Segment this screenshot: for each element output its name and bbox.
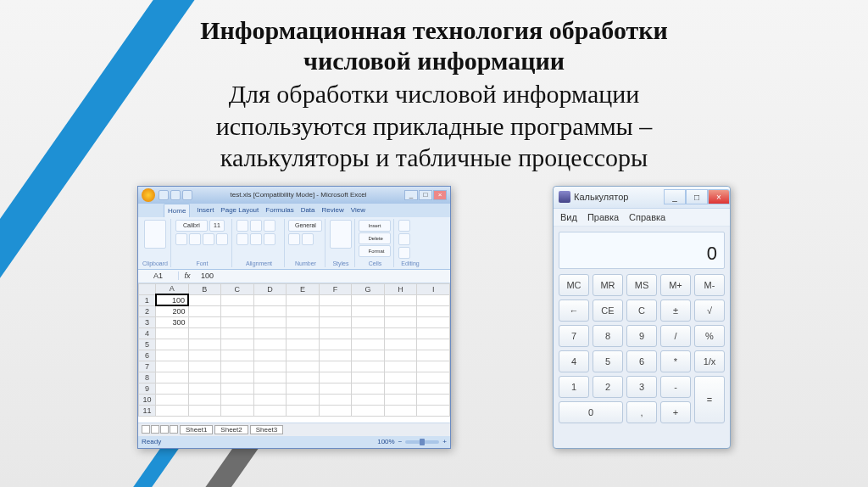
row-header[interactable]: 11 [139,405,156,416]
office-button[interactable] [142,188,155,202]
calc-btn-7[interactable]: 7 [559,325,589,347]
cells-delete-button[interactable]: Delete [359,232,391,244]
calc-btn-mc[interactable]: MC [559,274,589,296]
calc-btn-minus[interactable]: - [660,376,691,398]
border-button[interactable] [216,233,228,245]
sheet-tab[interactable]: Sheet3 [250,425,283,434]
row-header[interactable]: 6 [139,350,156,361]
cell[interactable]: 300 [156,316,189,327]
calc-btn-4[interactable]: 4 [559,350,589,372]
cell[interactable]: 200 [156,305,189,316]
calculator-window: Калькулятор _ □ × Вид Правка Справка 0 M… [553,186,731,449]
menu-edit[interactable]: Правка [587,212,619,222]
tab-review[interactable]: Review [322,204,344,217]
col-header[interactable]: D [253,283,287,294]
calc-btn-6[interactable]: 6 [626,350,657,372]
zoom-controls[interactable]: 100% −+ [377,438,447,445]
menu-view[interactable]: Вид [560,212,577,222]
cells-insert-button[interactable]: Insert [359,220,391,232]
minimize-button[interactable]: _ [664,189,686,204]
close-button[interactable]: × [433,190,447,200]
group-cells: Insert Delete Format Cells [357,219,394,267]
row-header[interactable]: 9 [139,383,156,394]
zoom-slider[interactable] [405,440,439,444]
name-box[interactable]: A1 [138,271,179,280]
col-header[interactable]: H [384,283,417,294]
sheet-tab[interactable]: Sheet2 [214,425,248,434]
calc-btn-plus[interactable]: + [660,401,691,423]
row-header[interactable]: 5 [139,339,156,350]
italic-button[interactable] [189,233,201,245]
col-header[interactable]: B [188,283,221,294]
col-header[interactable]: I [417,283,450,294]
calc-btn-percent[interactable]: % [694,325,725,347]
styles-button[interactable] [330,220,352,249]
row-header[interactable]: 7 [139,361,156,372]
maximize-button[interactable]: □ [686,189,708,204]
calc-btn-c[interactable]: C [626,299,657,322]
tab-formulas[interactable]: Formulas [265,204,293,217]
fx-icon[interactable]: fx [179,271,196,280]
calc-btn-5[interactable]: 5 [593,350,623,372]
cells-format-button[interactable]: Format [359,245,391,257]
calc-btn-recip[interactable]: 1/x [694,350,725,372]
sheet-tab[interactable]: Sheet1 [180,425,213,434]
calc-btn-2[interactable]: 2 [593,376,623,398]
bold-button[interactable] [175,233,187,245]
paste-button[interactable] [144,220,166,249]
calc-btn-mr[interactable]: MR [593,274,623,296]
row-header[interactable]: 3 [139,316,156,327]
col-header[interactable]: C [221,283,254,294]
tab-insert[interactable]: Insert [197,204,214,217]
group-number: General Number [287,219,326,267]
number-format-dropdown[interactable]: General [288,220,322,232]
calc-btn-ms[interactable]: MS [626,274,657,296]
row-header[interactable]: 1 [139,294,156,305]
calc-btn-8[interactable]: 8 [593,325,623,347]
col-header[interactable]: A [156,283,189,294]
formula-input[interactable]: 100 [196,271,450,280]
calc-btn-mminus[interactable]: M- [694,274,725,296]
group-font-label: Font [196,260,208,266]
worksheet-grid[interactable]: A B C D E F G H I 1100 2200 3300 4 5 6 7… [138,283,450,423]
row-header[interactable]: 4 [139,327,156,339]
font-name-dropdown[interactable]: Calibri [175,220,208,232]
tab-view[interactable]: View [351,204,365,217]
tab-page-layout[interactable]: Page Layout [220,204,259,217]
calc-btn-sqrt[interactable]: √ [694,299,725,322]
quick-access-toolbar[interactable] [159,190,192,200]
underline-button[interactable] [203,233,214,245]
font-size-dropdown[interactable]: 11 [209,220,225,232]
col-header[interactable]: G [352,283,385,294]
calculator-icon [559,191,570,203]
calc-btn-1[interactable]: 1 [559,376,589,398]
calc-btn-negate[interactable]: ± [660,299,691,322]
calc-btn-9[interactable]: 9 [626,325,657,347]
calc-btn-back[interactable]: ← [559,299,589,322]
calc-btn-mul[interactable]: * [660,350,691,372]
calc-btn-div[interactable]: / [660,325,691,347]
tab-home[interactable]: Home [164,204,190,217]
calc-btn-ce[interactable]: CE [593,299,623,322]
calc-btn-3[interactable]: 3 [626,376,657,398]
row-header[interactable]: 8 [139,372,156,383]
cell[interactable]: 100 [156,294,189,305]
calc-btn-decimal[interactable]: , [626,401,657,423]
menu-help[interactable]: Справка [629,212,665,222]
zoom-value: 100% [377,438,394,445]
close-button[interactable]: × [708,189,730,204]
minimize-button[interactable]: _ [404,190,418,200]
calc-btn-0[interactable]: 0 [559,401,623,423]
sheet-nav[interactable] [142,425,178,434]
group-number-label: Number [295,260,316,266]
col-header[interactable]: F [319,283,352,294]
row-header[interactable]: 2 [139,305,156,316]
calc-btn-equals[interactable]: = [694,376,725,423]
window-caption: test.xls [Compatibility Mode] - Microsof… [196,191,401,199]
tab-data[interactable]: Data [301,204,315,217]
formula-bar: A1 fx 100 [138,270,450,283]
row-header[interactable]: 10 [139,394,156,405]
calc-btn-mplus[interactable]: M+ [660,274,691,296]
col-header[interactable]: E [287,283,320,294]
maximize-button[interactable]: □ [419,190,432,200]
